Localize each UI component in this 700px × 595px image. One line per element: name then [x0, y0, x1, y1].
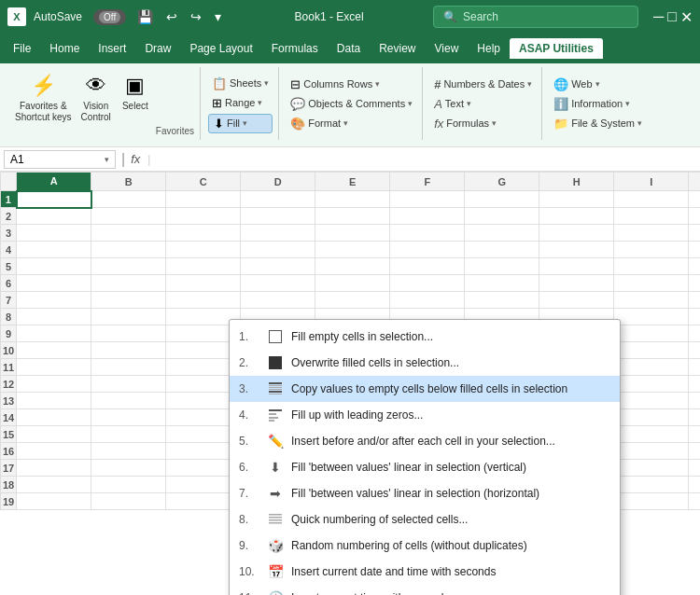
sheets-button[interactable]: 📋 Sheets ▾: [208, 75, 273, 92]
menu-file[interactable]: File: [4, 38, 40, 59]
cell-E4[interactable]: [315, 242, 390, 258]
cell-B11[interactable]: [91, 359, 166, 376]
cell-C3[interactable]: [166, 225, 241, 242]
cell-A14[interactable]: [17, 409, 91, 426]
cell-A19[interactable]: [17, 493, 91, 510]
cell-I5[interactable]: [614, 258, 689, 275]
cell-B13[interactable]: [91, 393, 166, 409]
fill-linear-horizontal-item[interactable]: 7. ➡ Fill 'between values' linear in sel…: [230, 480, 620, 506]
cell-A7[interactable]: [17, 292, 91, 309]
cell-J7[interactable]: [689, 292, 700, 309]
menu-draw[interactable]: Draw: [135, 38, 180, 59]
cell-C1[interactable]: [166, 191, 241, 208]
save-icon[interactable]: 💾: [133, 7, 157, 26]
cell-J19[interactable]: [689, 493, 700, 510]
cell-J14[interactable]: [689, 409, 700, 426]
cell-J1[interactable]: [689, 191, 700, 208]
menu-insert[interactable]: Insert: [89, 38, 135, 59]
cell-D7[interactable]: [241, 292, 315, 309]
cell-B9[interactable]: [91, 325, 166, 342]
cell-F6[interactable]: [390, 275, 465, 292]
cell-A11[interactable]: [17, 359, 91, 376]
cell-C5[interactable]: [166, 258, 241, 275]
cell-H7[interactable]: [539, 292, 614, 309]
cell-C2[interactable]: [166, 208, 241, 225]
fill-leading-zeros-item[interactable]: 4. Fill up with leading zeros...: [230, 402, 620, 428]
cell-A9[interactable]: [17, 325, 91, 342]
cell-G7[interactable]: [465, 292, 539, 309]
cell-D4[interactable]: [241, 242, 315, 258]
cell-A6[interactable]: [17, 275, 91, 292]
search-box[interactable]: 🔍 Search: [433, 6, 638, 28]
cell-C4[interactable]: [166, 242, 241, 258]
menu-view[interactable]: View: [426, 38, 469, 59]
cell-B2[interactable]: [91, 208, 166, 225]
cell-I2[interactable]: [614, 208, 689, 225]
cell-B18[interactable]: [91, 477, 166, 493]
cell-I9[interactable]: [614, 325, 689, 342]
objects-comments-button[interactable]: 💬 Objects & Comments ▾: [287, 95, 416, 113]
cell-B14[interactable]: [91, 409, 166, 426]
cell-F3[interactable]: [390, 225, 465, 242]
menu-asap-utilities[interactable]: ASAP Utilities: [510, 38, 603, 59]
cell-B6[interactable]: [91, 275, 166, 292]
fill-empty-cells-item[interactable]: 1. Fill empty cells in selection...: [230, 324, 620, 350]
cell-F1[interactable]: [390, 191, 465, 208]
cell-J12[interactable]: [689, 376, 700, 393]
cell-C6[interactable]: [166, 275, 241, 292]
cell-B16[interactable]: [91, 443, 166, 460]
cell-B5[interactable]: [91, 258, 166, 275]
cell-J18[interactable]: [689, 477, 700, 493]
cell-E6[interactable]: [315, 275, 390, 292]
cell-I17[interactable]: [614, 460, 689, 477]
cell-D2[interactable]: [241, 208, 315, 225]
vision-control-button[interactable]: 👁 VisionControl: [77, 69, 115, 125]
cell-A8[interactable]: [17, 309, 91, 325]
numbers-dates-button[interactable]: # Numbers & Dates ▾: [430, 76, 536, 93]
cell-H4[interactable]: [539, 242, 614, 258]
columns-rows-button[interactable]: ⊟ Columns Rows ▾: [287, 76, 416, 93]
cell-A17[interactable]: [17, 460, 91, 477]
range-button[interactable]: ⊞ Range ▾: [208, 94, 273, 112]
fill-linear-vertical-item[interactable]: 6. ⬇ Fill 'between values' linear in sel…: [230, 454, 620, 480]
cell-J3[interactable]: [689, 225, 700, 242]
cell-A12[interactable]: [17, 376, 91, 393]
cell-I13[interactable]: [614, 393, 689, 409]
formulas-button[interactable]: fx Formulas ▾: [430, 115, 536, 132]
cell-H6[interactable]: [539, 275, 614, 292]
file-system-button[interactable]: 📁 File & System ▾: [550, 115, 646, 132]
overwrite-filled-cells-item[interactable]: 2. Overwrite filled cells in selection..…: [230, 350, 620, 376]
cell-F2[interactable]: [390, 208, 465, 225]
cell-F7[interactable]: [390, 292, 465, 309]
cell-B4[interactable]: [91, 242, 166, 258]
autosave-toggle[interactable]: Off: [93, 9, 126, 25]
cell-B17[interactable]: [91, 460, 166, 477]
cell-J17[interactable]: [689, 460, 700, 477]
menu-data[interactable]: Data: [328, 38, 370, 59]
copy-values-item[interactable]: 3. Copy values to empty cells below fill…: [230, 376, 620, 402]
cell-C7[interactable]: [166, 292, 241, 309]
menu-formulas[interactable]: Formulas: [262, 38, 328, 59]
web-button[interactable]: 🌐 Web ▾: [550, 76, 646, 93]
cell-G3[interactable]: [465, 225, 539, 242]
cell-I16[interactable]: [614, 443, 689, 460]
cell-A10[interactable]: [17, 342, 91, 359]
cell-I15[interactable]: [614, 426, 689, 443]
cell-I7[interactable]: [614, 292, 689, 309]
cell-H1[interactable]: [539, 191, 614, 208]
cell-D1[interactable]: [241, 191, 315, 208]
cell-E3[interactable]: [315, 225, 390, 242]
cell-A5[interactable]: [17, 258, 91, 275]
select-button[interactable]: ▣ Select: [117, 69, 154, 114]
cell-E5[interactable]: [315, 258, 390, 275]
cell-H5[interactable]: [539, 258, 614, 275]
cell-J8[interactable]: [689, 309, 700, 325]
cell-J13[interactable]: [689, 393, 700, 409]
cell-I6[interactable]: [614, 275, 689, 292]
more-commands-icon[interactable]: ▾: [211, 7, 225, 26]
undo-icon[interactable]: ↩: [162, 7, 181, 26]
cell-I12[interactable]: [614, 376, 689, 393]
cell-I19[interactable]: [614, 493, 689, 510]
cell-B1[interactable]: [91, 191, 166, 208]
cell-D5[interactable]: [241, 258, 315, 275]
